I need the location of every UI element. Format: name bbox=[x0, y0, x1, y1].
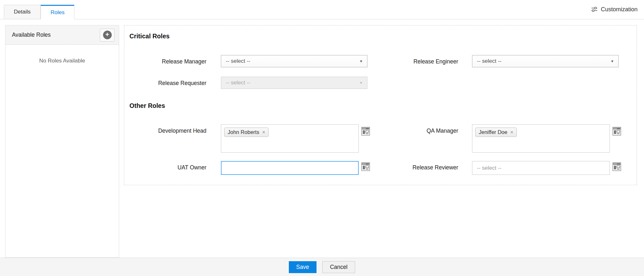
plus-icon: + bbox=[103, 31, 112, 39]
chevron-down-icon: ▼ bbox=[359, 77, 363, 89]
save-button[interactable]: Save bbox=[289, 261, 317, 273]
remove-tag-icon[interactable]: × bbox=[262, 130, 265, 135]
available-roles-header: Available Roles + bbox=[5, 25, 119, 45]
release-engineer-select[interactable]: -- select -- ▼ bbox=[472, 55, 619, 67]
development-head-input[interactable]: John Roberts × bbox=[221, 124, 359, 153]
tag-chip: Jeniffer Doe × bbox=[475, 128, 517, 137]
tabs: Details Roles bbox=[4, 5, 74, 19]
no-roles-message: No Roles Available bbox=[5, 58, 119, 64]
cancel-button[interactable]: Cancel bbox=[322, 261, 355, 273]
qa-manager-label: QA Manager bbox=[376, 128, 458, 134]
user-picker-icon bbox=[361, 162, 370, 171]
chevron-down-icon: ▼ bbox=[611, 55, 614, 67]
tab-details[interactable]: Details bbox=[4, 5, 41, 19]
qa-manager-picker-button[interactable] bbox=[612, 127, 621, 136]
release-engineer-value: -- select -- bbox=[477, 58, 502, 64]
release-engineer-label: Release Engineer bbox=[376, 58, 458, 65]
tab-roles[interactable]: Roles bbox=[41, 5, 74, 19]
tag-chip: John Roberts × bbox=[224, 128, 269, 137]
tag-label: John Roberts bbox=[228, 129, 259, 135]
action-bar: Save Cancel bbox=[0, 258, 644, 276]
roles-form-panel: Critical Roles Release Manager -- select… bbox=[124, 25, 637, 185]
release-manager-value: -- select -- bbox=[226, 58, 251, 64]
development-head-label: Development Head bbox=[124, 128, 206, 134]
release-requester-label: Release Requester bbox=[124, 80, 206, 87]
user-picker-icon bbox=[361, 127, 370, 136]
release-reviewer-label: Release Reviewer bbox=[376, 164, 458, 171]
available-roles-panel: Available Roles + No Roles Available bbox=[5, 25, 119, 258]
remove-tag-icon[interactable]: × bbox=[510, 130, 513, 135]
customization-label: Customization bbox=[601, 6, 638, 13]
release-reviewer-input[interactable] bbox=[472, 161, 610, 175]
uat-owner-picker-button[interactable] bbox=[361, 162, 370, 171]
development-head-picker-button[interactable] bbox=[361, 127, 370, 136]
customization-button[interactable]: Customization bbox=[591, 6, 638, 13]
qa-manager-input[interactable]: Jeniffer Doe × bbox=[472, 124, 610, 153]
release-manager-label: Release Manager bbox=[124, 58, 206, 65]
release-manager-select[interactable]: -- select -- ▼ bbox=[221, 55, 367, 67]
release-requester-select: -- select -- ▼ bbox=[221, 77, 367, 89]
tab-bar: Details Roles Customization bbox=[0, 0, 644, 19]
available-roles-title: Available Roles bbox=[12, 32, 51, 38]
tag-label: Jeniffer Doe bbox=[479, 129, 507, 135]
user-picker-icon bbox=[612, 127, 621, 136]
user-picker-icon bbox=[612, 162, 621, 171]
uat-owner-input[interactable] bbox=[221, 161, 359, 175]
chevron-down-icon: ▼ bbox=[359, 55, 363, 67]
release-reviewer-picker-button[interactable] bbox=[612, 162, 621, 171]
critical-roles-title: Critical Roles bbox=[129, 33, 170, 40]
sliders-icon bbox=[591, 6, 598, 13]
add-role-button[interactable]: + bbox=[100, 29, 115, 42]
other-roles-title: Other Roles bbox=[129, 102, 165, 109]
release-requester-value: -- select -- bbox=[226, 80, 251, 86]
uat-owner-label: UAT Owner bbox=[124, 164, 206, 171]
